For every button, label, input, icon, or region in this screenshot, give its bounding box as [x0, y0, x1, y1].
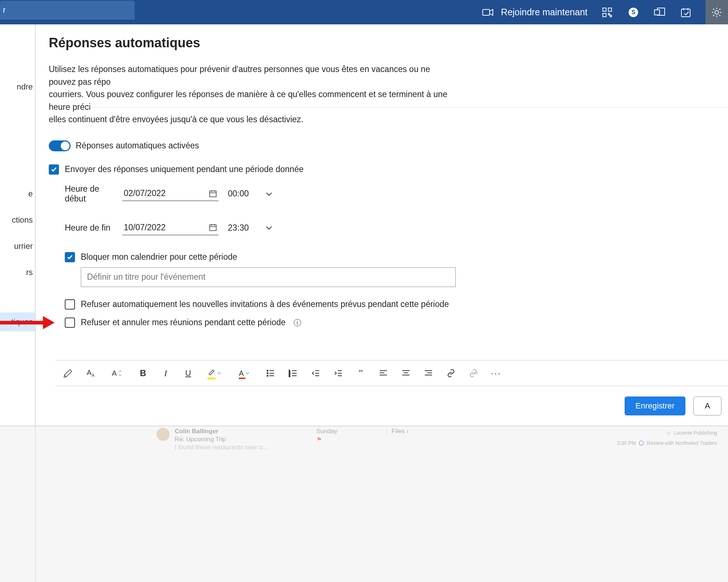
sidebar-item[interactable]: rs	[0, 263, 35, 282]
settings-button[interactable]	[705, 0, 728, 24]
video-camera-icon	[481, 6, 494, 19]
sidebar-item[interactable]: e	[0, 184, 35, 203]
editor-toolbar: AA A B I U A 123 ” ✕ ···	[55, 360, 728, 386]
svg-rect-4	[608, 13, 610, 15]
font-color-icon[interactable]: A	[234, 367, 254, 379]
quote-icon[interactable]: ”	[355, 367, 367, 379]
sidebar-item[interactable]: ctions	[0, 211, 35, 230]
link-icon[interactable]	[445, 367, 457, 379]
highlight-icon[interactable]	[205, 367, 224, 379]
active-tab[interactable]: r	[0, 1, 135, 20]
start-time-value: 00:00	[228, 189, 249, 199]
decline-new-invites-label: Refuser automatiquement les nouvelles in…	[81, 299, 449, 309]
svg-rect-10	[681, 9, 690, 17]
files-label: Files	[392, 428, 405, 435]
chevron-down-icon	[265, 224, 273, 232]
start-date-value: 02/07/2022	[124, 188, 166, 198]
end-time-picker[interactable]: 23:30	[226, 221, 274, 235]
svg-rect-9	[654, 10, 660, 15]
svg-text:3: 3	[289, 374, 290, 378]
svg-rect-1	[603, 8, 606, 11]
save-button[interactable]: Enregistrer	[625, 396, 686, 415]
align-right-icon[interactable]	[422, 367, 435, 379]
align-left-icon[interactable]	[377, 367, 389, 379]
svg-point-11	[715, 11, 719, 14]
svg-rect-3	[603, 13, 606, 17]
end-time-label: Heure de fin	[65, 223, 114, 233]
join-label: Rejoindre maintenant	[501, 7, 587, 17]
autoreply-toggle[interactable]	[49, 140, 71, 151]
sidebar-item-selected[interactable]: tiques	[0, 312, 35, 331]
ribbon-right: Rejoindre maintenant S	[481, 0, 728, 24]
font-case-icon[interactable]: AA	[84, 367, 97, 379]
sidebar-item[interactable]: urrier	[0, 237, 35, 256]
background-window: Colin Ballinger Re: Upcoming Trip I foun…	[0, 426, 728, 582]
align-center-icon[interactable]	[400, 367, 412, 379]
decline-cancel-meetings-checkbox[interactable]	[65, 318, 75, 328]
underline-icon[interactable]: U	[182, 367, 194, 379]
svg-rect-0	[483, 9, 490, 15]
unlink-icon[interactable]: ✕	[467, 367, 480, 379]
svg-text:S: S	[632, 9, 636, 15]
calendar-icon	[209, 223, 217, 231]
chevron-down-icon	[265, 190, 273, 198]
more-icon[interactable]: ···	[490, 367, 502, 379]
calendar-check-icon[interactable]	[679, 6, 692, 19]
italic-icon[interactable]: I	[159, 367, 172, 379]
event-badge: 3:30 PM Review with Northwind Traders	[617, 440, 717, 446]
decline-new-invites-checkbox[interactable]	[65, 299, 75, 310]
outdent-icon[interactable]	[309, 367, 322, 379]
send-during-period-checkbox[interactable]	[49, 164, 59, 175]
mail-list-item: Colin Ballinger Re: Upcoming Trip I foun…	[157, 428, 408, 451]
gear-icon	[711, 7, 722, 18]
mail-subject: Re: Upcoming Trip	[175, 436, 268, 443]
decline-cancel-meetings-label: Refuser et annuler mes réunions pendant …	[81, 318, 286, 327]
mail-sender: Colin Ballinger	[175, 428, 268, 435]
page-title: Réponses automatiques	[49, 35, 728, 51]
intro-text: Utilisez les réponses automatiques pour …	[49, 63, 456, 126]
avatar	[157, 428, 170, 441]
format-painter-icon[interactable]	[62, 367, 74, 379]
cancel-button[interactable]: A	[693, 396, 721, 415]
join-meeting-button[interactable]: Rejoindre maintenant	[481, 6, 587, 19]
block-calendar-label: Bloquer mon calendrier pour cette périod…	[81, 252, 237, 262]
publisher-badge: ◇Lucerne Publishing	[667, 430, 717, 436]
end-date-value: 10/07/2022	[124, 223, 166, 232]
calendar-icon	[209, 190, 217, 198]
sidebar-item[interactable]: ndre	[0, 77, 35, 96]
end-date-picker[interactable]: 10/07/2022	[122, 220, 218, 235]
svg-rect-5	[610, 15, 612, 17]
mail-preview: I found these restaurants near o...	[175, 444, 268, 451]
send-during-period-label: Envoyer des réponses uniquement pendant …	[65, 164, 304, 174]
start-date-picker[interactable]: 02/07/2022	[122, 186, 218, 201]
numbering-icon[interactable]: 123	[287, 367, 299, 379]
event-title-input[interactable]	[81, 267, 456, 287]
qr-icon[interactable]	[601, 6, 614, 19]
svg-point-20	[267, 375, 268, 376]
bold-icon[interactable]: B	[137, 367, 149, 379]
bullets-icon[interactable]	[264, 367, 277, 379]
svg-rect-2	[608, 8, 612, 11]
block-calendar-checkbox[interactable]	[65, 252, 75, 262]
end-time-value: 23:30	[228, 223, 249, 233]
font-size-icon[interactable]: A	[107, 367, 127, 379]
svg-point-18	[267, 373, 268, 374]
svg-rect-12	[210, 191, 216, 197]
top-ribbon: r Rejoindre maintenant S	[0, 0, 728, 24]
action-buttons: Enregistrer A	[625, 396, 721, 415]
indent-icon[interactable]	[332, 367, 344, 379]
start-time-label: Heure de début	[65, 184, 114, 204]
skype-icon[interactable]: S	[627, 6, 640, 19]
app-window-icon[interactable]	[653, 6, 666, 19]
autoreply-toggle-label: Réponses automatiques activées	[76, 141, 199, 151]
datetime-section: Heure de début 02/07/2022 00:00 Heure de…	[65, 184, 728, 235]
start-time-picker[interactable]: 00:00	[226, 187, 274, 201]
mail-day: Sunday	[316, 428, 337, 435]
header-divider	[84, 107, 728, 108]
svg-rect-13	[210, 225, 216, 231]
svg-point-16	[267, 370, 268, 371]
info-icon[interactable]: i	[294, 319, 301, 326]
tab-label: r	[3, 5, 5, 15]
